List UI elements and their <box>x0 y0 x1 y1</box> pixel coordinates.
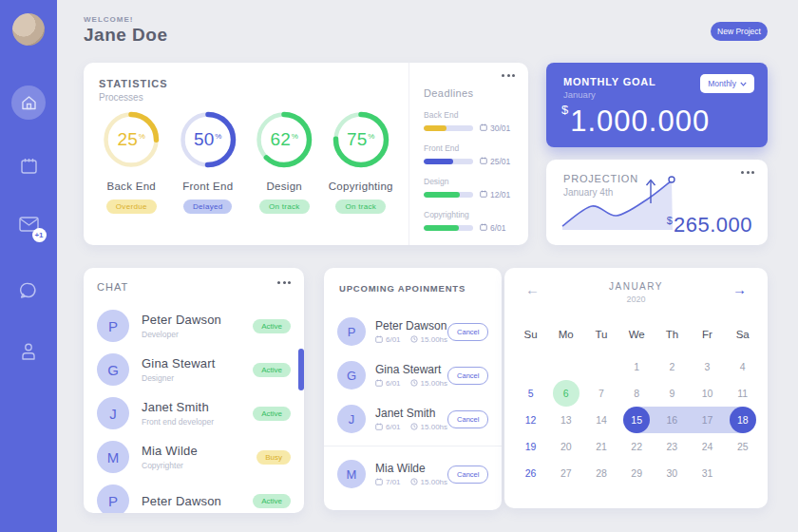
calendar-day-cell[interactable]: 25 <box>725 433 760 460</box>
chat-menu-icon[interactable] <box>277 281 291 284</box>
calendar-day-cell[interactable]: 11 <box>725 380 760 407</box>
chat-member-row[interactable]: M Mia Wilde Copyrighter Busy <box>84 435 304 479</box>
process-donut-chart: 75% <box>332 110 390 169</box>
currency-symbol: $ <box>667 215 673 226</box>
appointment-row: J Janet Smith 6/01 15.00hs Cancel <box>324 397 502 441</box>
appointment-name: Janet Smith <box>375 407 447 420</box>
calendar-day-cell[interactable]: 5 <box>513 380 548 407</box>
member-name: Peter Dawson <box>142 494 253 508</box>
sidebar-item-chat[interactable] <box>0 281 57 300</box>
chat-member-row[interactable]: P Peter Dawson Active <box>84 479 304 513</box>
calendar-mini-icon <box>375 423 383 432</box>
member-role: Designer <box>142 373 253 383</box>
calendar-day-cell[interactable]: 16 <box>655 407 690 433</box>
deadlines-list: Back End 30/01 Front End 25/01 Design <box>424 110 519 233</box>
calendar-day-cell[interactable]: 19 <box>513 433 548 460</box>
calendar-day-name: We <box>619 329 655 340</box>
chat-member-row[interactable]: J Janet Smith Front end developer Active <box>84 391 304 435</box>
process-label: Copyrighting <box>329 180 393 192</box>
page-title-username: Jane Doe <box>84 25 167 46</box>
currency-symbol: $ <box>561 103 568 117</box>
deadline-date: 12/01 <box>480 190 510 200</box>
chat-title: CHAT <box>97 281 128 293</box>
calendar-day-cell[interactable]: 22 <box>619 433 655 460</box>
calendar-mini-icon <box>375 335 383 345</box>
calendar-day-cell[interactable]: 2 <box>655 353 690 380</box>
projection-card: PROJECTION January 4th $265.000 <box>546 160 768 245</box>
calendar-day-cell[interactable]: 30 <box>655 460 690 486</box>
calendar-day-cell[interactable]: 24 <box>690 433 725 460</box>
calendar-day-cell[interactable]: 13 <box>548 407 583 433</box>
welcome-label: WELCOME! <box>84 15 133 24</box>
statistics-title: STATISTICS <box>99 78 168 89</box>
mail-badge: +1 <box>32 228 47 242</box>
calendar-day-names: SuMoTuWeThFrSa <box>513 329 760 340</box>
chat-member-row[interactable]: G Gina Stewart Designer Active <box>84 348 304 391</box>
calendar-mini-icon <box>480 190 487 200</box>
deadline-label: Back End <box>424 110 519 120</box>
status-badge: Overdue <box>106 200 157 214</box>
calendar-day-name: Mo <box>548 329 583 340</box>
avatar: P <box>97 310 129 342</box>
sidebar-item-messages[interactable]: +1 <box>0 217 57 236</box>
calendar-day-cell[interactable]: 3 <box>690 353 725 380</box>
calendar-year-label: 2020 <box>504 294 768 304</box>
process-item: 25% Back End Overdue <box>94 110 168 214</box>
chat-card: CHAT P Peter Dawson Developer ActiveG Gi… <box>84 268 304 513</box>
calendar-day-cell[interactable]: 18 <box>725 407 760 433</box>
calendar-day-cell[interactable]: 14 <box>583 407 618 433</box>
calendar-day-cell[interactable]: 9 <box>655 380 690 407</box>
calendar-day-cell[interactable]: 23 <box>655 433 690 460</box>
presence-badge: Busy <box>256 450 291 465</box>
calendar-day-cell[interactable]: 1 <box>619 353 655 380</box>
process-donut-chart: 62% <box>255 110 314 169</box>
sidebar-item-home[interactable] <box>0 86 57 120</box>
appointment-meta: 6/01 15.00hs <box>375 379 447 389</box>
chat-icon <box>19 281 38 300</box>
calendar-day-cell[interactable]: 4 <box>725 353 760 380</box>
new-project-button[interactable]: New Project <box>711 22 768 41</box>
calendar-day-cell[interactable]: 28 <box>583 460 618 486</box>
cancel-appointment-button[interactable]: Cancel <box>447 410 488 428</box>
clock-mini-icon <box>410 423 418 432</box>
calendar-day-cell[interactable]: 20 <box>548 433 583 460</box>
calendar-day-cell[interactable]: 15 <box>619 407 655 433</box>
calendar-day-cell[interactable]: 26 <box>513 460 548 486</box>
chat-scrollbar[interactable] <box>298 349 304 390</box>
deadline-progress-bar <box>424 159 473 164</box>
calendar-next-arrow-icon[interactable]: → <box>732 281 747 297</box>
calendar-day-cell[interactable]: 10 <box>690 380 725 407</box>
calendar-day-cell[interactable]: 7 <box>583 380 618 407</box>
calendar-day-name: Fr <box>690 329 725 340</box>
presence-badge: Active <box>253 363 291 377</box>
calendar-week-row: 19202122232425 <box>513 433 760 460</box>
member-role: Copyrighter <box>142 461 256 470</box>
cancel-appointment-button[interactable]: Cancel <box>447 323 488 341</box>
process-item: 75% Copyrighting On track <box>324 110 398 214</box>
sidebar-item-calendar[interactable] <box>0 157 57 175</box>
calendar-day-cell[interactable]: 31 <box>690 460 725 486</box>
chat-header: CHAT <box>97 281 128 293</box>
calendar-day-name: Tu <box>583 329 618 340</box>
calendar-day-cell[interactable]: 12 <box>513 407 548 433</box>
cancel-appointment-button[interactable]: Cancel <box>447 466 488 484</box>
projection-menu-icon[interactable] <box>741 171 754 174</box>
goal-period-select[interactable]: Monthly <box>700 74 754 93</box>
monthly-goal-subtitle: January <box>563 89 596 100</box>
avatar: G <box>97 353 129 386</box>
calendar-day-cell[interactable]: 8 <box>619 380 655 407</box>
appointment-row: P Peter Dawson 6/01 15.00hs Cancel <box>324 310 502 353</box>
calendar-day-cell[interactable]: 17 <box>690 407 725 433</box>
calendar-day-cell[interactable]: 29 <box>619 460 655 486</box>
calendar-icon <box>20 157 38 175</box>
cancel-appointment-button[interactable]: Cancel <box>447 367 488 385</box>
user-avatar[interactable] <box>12 13 45 46</box>
calendar-day-cell[interactable]: 21 <box>583 433 618 460</box>
sidebar-item-profile[interactable] <box>0 342 57 361</box>
chat-member-row[interactable]: P Peter Dawson Developer Active <box>84 304 304 348</box>
statistics-menu-icon[interactable] <box>502 74 515 77</box>
calendar-day-cell[interactable]: 6 <box>548 380 583 407</box>
calendar-mini-icon <box>480 124 487 133</box>
calendar-day-cell[interactable]: 27 <box>548 460 583 486</box>
monthly-goal-title: MONTHLY GOAL <box>563 76 656 87</box>
